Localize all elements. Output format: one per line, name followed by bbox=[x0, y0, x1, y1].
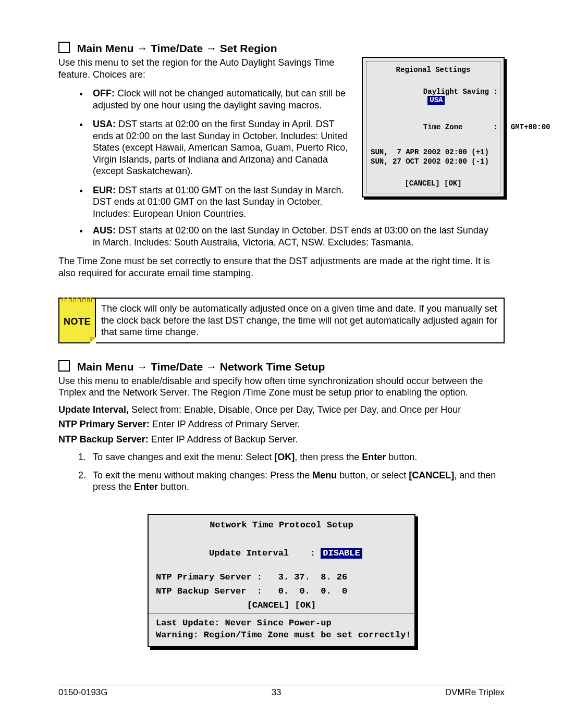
bullet-aus: AUS: DST starts at 02:00 on the last Sun… bbox=[89, 225, 489, 248]
ntp-primary-label: NTP Primary Server: bbox=[58, 419, 150, 429]
checkbox-icon bbox=[58, 42, 70, 53]
ntp-cancel-button[interactable]: [CANCEL] bbox=[247, 600, 290, 610]
dls-label: Daylight Saving : bbox=[423, 88, 498, 96]
aus-text: DST starts at 02:00 on the last Sunday i… bbox=[93, 225, 488, 248]
ntp-update-value[interactable]: DISABLE bbox=[321, 548, 362, 559]
dst-end-line: SUN, 27 OCT 2002 02:00 (-1) bbox=[371, 157, 496, 166]
usa-text: DST starts at 02:00 on the first Sunday … bbox=[93, 119, 348, 176]
note-label: NOTE bbox=[64, 316, 91, 327]
step-save: To save changes and exit the menu: Selec… bbox=[89, 451, 505, 463]
ntp-backup-label: NTP Backup Server: bbox=[58, 434, 149, 445]
bullet-usa: USA: DST starts at 02:00 on the first Su… bbox=[89, 118, 349, 177]
bullet-eur: EUR: DST starts at 01:00 GMT on the last… bbox=[89, 184, 349, 220]
usa-label: USA: bbox=[93, 119, 116, 129]
ntp-primary-text: Enter IP Address of Primary Server. bbox=[150, 419, 300, 429]
dls-value[interactable]: USA bbox=[427, 96, 445, 105]
ntp-ok-button[interactable]: [OK] bbox=[295, 600, 316, 610]
eur-label: EUR: bbox=[93, 185, 116, 195]
ntp-backup-row: NTP Backup Server : 0. 0. 0. 0 bbox=[156, 586, 407, 596]
ntp-backup-text: Enter IP Address of Backup Server. bbox=[149, 434, 298, 445]
timezone-paragraph: The Time Zone must be set correctly to e… bbox=[58, 255, 505, 279]
ntp-setup-panel: Network Time Protocol Setup Update Inter… bbox=[148, 514, 415, 647]
bullet-off: OFF: Clock will not be changed automatic… bbox=[89, 88, 349, 111]
network-time-intro: Use this menu to enable/disable and spec… bbox=[58, 375, 505, 399]
update-interval-text: Select from: Enable, Disable, Once per D… bbox=[129, 404, 461, 415]
ntp-title: Network Time Protocol Setup bbox=[156, 520, 407, 530]
page-footer: 0150-0193G 33 DVMRe Triplex bbox=[58, 685, 505, 698]
dst-start-line: SUN, 7 APR 2002 02:00 (+1) bbox=[371, 148, 496, 156]
tz-label: Time Zone : bbox=[423, 123, 498, 131]
section-heading-set-region: Main Menu → Time/Date → Set Region bbox=[58, 41, 505, 55]
ntp-warning: Warning: Region/Time Zone must be set co… bbox=[156, 630, 407, 640]
footer-product: DVMRe Triplex bbox=[445, 687, 505, 698]
ntp-primary-row: NTP Primary Server : 3. 37. 8. 26 bbox=[156, 572, 407, 582]
eur-text: DST starts at 01:00 GMT on the last Sund… bbox=[93, 185, 344, 219]
checkbox-icon bbox=[58, 360, 70, 372]
regional-title: Regional Settings bbox=[371, 66, 496, 74]
heading-text: Main Menu → Time/Date → Set Region bbox=[77, 42, 277, 55]
off-label: OFF: bbox=[93, 88, 115, 98]
regional-settings-panel: Regional Settings Daylight Saving : USA … bbox=[362, 57, 505, 198]
ntp-update-label: Update Interval : bbox=[209, 548, 321, 558]
update-interval-label: Update Interval, bbox=[58, 404, 129, 415]
tz-value: GMT+00:00 bbox=[498, 123, 550, 131]
section-heading-network-time: Main Menu → Time/Date → Network Time Set… bbox=[58, 359, 505, 373]
regional-cancel-button[interactable]: [CANCEL] bbox=[405, 179, 439, 188]
off-text: Clock will not be changed automatically,… bbox=[93, 88, 346, 110]
footer-doc-id: 0150-0193G bbox=[58, 687, 108, 698]
note-icon: NOTE bbox=[59, 299, 96, 342]
aus-label: AUS: bbox=[93, 225, 116, 236]
set-region-intro: Use this menu to set the region for the … bbox=[58, 57, 349, 80]
step-cancel: To exit the menu without making changes:… bbox=[89, 470, 505, 493]
ntp-last-update: Last Update: Never Since Power-up bbox=[156, 618, 407, 628]
footer-page-number: 33 bbox=[272, 687, 282, 698]
note-box: NOTE The clock will only be automaticall… bbox=[58, 298, 505, 343]
regional-ok-button[interactable]: [OK] bbox=[444, 179, 462, 188]
note-text: The clock will only be automatically adj… bbox=[96, 299, 504, 342]
heading-text: Main Menu → Time/Date → Network Time Set… bbox=[77, 361, 325, 373]
